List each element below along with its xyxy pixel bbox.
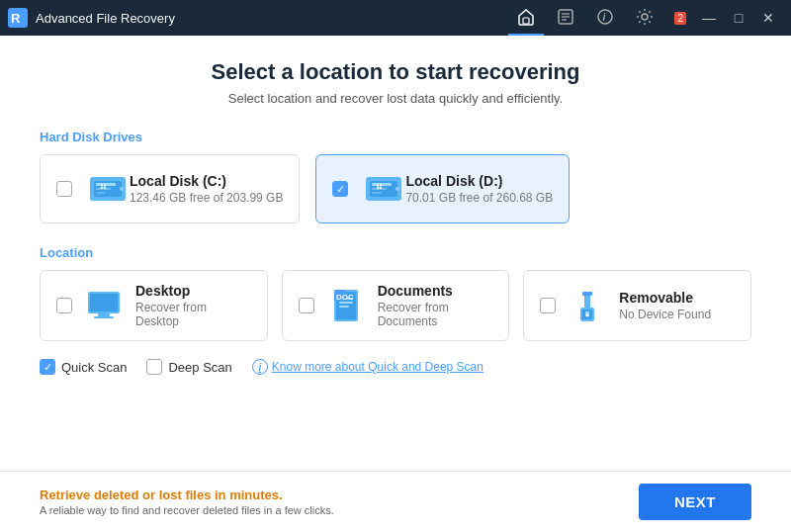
titlebar: R Advanced File Recovery i [0, 0, 791, 36]
scan-info-link[interactable]: i Know more about Quick and Deep Scan [252, 359, 483, 375]
drives-section-label: Hard Disk Drives [40, 130, 751, 144]
drive-card-c[interactable]: Local Disk (C:) 123.46 GB free of 203.99… [40, 154, 300, 223]
svg-rect-42 [582, 292, 592, 296]
location-section-label: Location [40, 245, 751, 260]
page-subtitle: Select location and recover lost data qu… [40, 91, 751, 106]
svg-rect-41 [584, 294, 590, 308]
svg-rect-29 [90, 294, 118, 311]
close-button[interactable]: ✕ [753, 4, 783, 32]
quick-scan-option[interactable]: Quick Scan [40, 359, 127, 375]
app-title: Advanced File Recovery [36, 11, 508, 26]
loc-info-removable: Removable No Device Found [619, 290, 711, 321]
svg-rect-14 [96, 192, 106, 194]
svg-rect-36 [339, 306, 349, 308]
loc-info-documents: Documents Recover from Documents [378, 283, 493, 328]
loc-desc-documents: Recover from Documents [378, 301, 493, 328]
drive-checkbox-c[interactable] [56, 181, 72, 197]
drive-icon-c [86, 167, 130, 211]
nav-settings-btn[interactable] [627, 0, 662, 36]
svg-text:R: R [11, 11, 21, 26]
minimize-button[interactable]: — [694, 4, 724, 32]
svg-text:DOC: DOC [336, 293, 354, 302]
footer-promo: Retrieve deleted or lost files in minute… [40, 488, 639, 502]
location-card-desktop[interactable]: Desktop Recover from Desktop [40, 270, 268, 341]
loc-desc-desktop: Recover from Desktop [135, 301, 251, 328]
drives-list: Local Disk (C:) 123.46 GB free of 203.99… [40, 154, 751, 223]
nav-home-btn[interactable] [508, 0, 544, 36]
drive-checkbox-d[interactable] [332, 181, 348, 197]
footer: Retrieve deleted or lost files in minute… [0, 471, 791, 532]
svg-rect-30 [98, 313, 110, 316]
desktop-icon [84, 286, 124, 325]
svg-rect-15 [120, 187, 124, 191]
deep-scan-option[interactable]: Deep Scan [146, 359, 231, 375]
location-card-documents[interactable]: DOC Documents Recover from Documents [282, 270, 510, 341]
deep-scan-checkbox[interactable] [146, 359, 162, 375]
footer-sub: A reliable way to find and recover delet… [40, 504, 639, 516]
drive-space-c: 123.46 GB free of 203.99 GB [130, 191, 283, 205]
nav-list-btn[interactable] [548, 0, 583, 36]
svg-point-44 [586, 314, 589, 317]
nav-info-btn[interactable]: i [587, 0, 623, 36]
documents-icon: DOC [326, 286, 366, 325]
deep-scan-label: Deep Scan [168, 360, 231, 375]
usb-icon [568, 286, 607, 325]
main-content: Select a location to start recovering Se… [0, 36, 791, 471]
drive-space-d: 70.01 GB free of 260.68 GB [405, 191, 553, 205]
svg-rect-23 [372, 192, 382, 194]
app-logo: R [8, 8, 28, 28]
notification-badge: 2 [674, 12, 686, 25]
loc-info-desktop: Desktop Recover from Desktop [135, 283, 251, 328]
location-list: Desktop Recover from Desktop DOC Documen… [40, 270, 751, 341]
svg-rect-24 [396, 187, 399, 191]
page-title: Select a location to start recovering [40, 59, 751, 85]
drive-name-d: Local Disk (D:) [405, 173, 553, 189]
loc-name-desktop: Desktop [135, 283, 251, 299]
loc-checkbox-desktop[interactable] [56, 298, 72, 313]
svg-rect-2 [523, 18, 529, 24]
svg-rect-35 [339, 302, 353, 304]
next-button[interactable]: NEXT [639, 484, 751, 520]
quick-scan-checkbox[interactable] [40, 359, 55, 375]
info-icon: i [252, 359, 268, 375]
maximize-button[interactable]: □ [724, 4, 753, 32]
drive-info-d: Local Disk (D:) 70.01 GB free of 260.68 … [405, 173, 553, 205]
location-card-removable[interactable]: Removable No Device Found [523, 270, 751, 341]
loc-checkbox-removable[interactable] [540, 298, 556, 313]
loc-name-documents: Documents [378, 283, 493, 299]
drive-info-c: Local Disk (C:) 123.46 GB free of 203.99… [130, 173, 283, 205]
drive-icon-d [362, 167, 405, 211]
scan-options: Quick Scan Deep Scan i Know more about Q… [40, 359, 751, 375]
drive-name-c: Local Disk (C:) [130, 173, 283, 189]
drive-card-d[interactable]: Local Disk (D:) 70.01 GB free of 260.68 … [315, 154, 570, 223]
loc-name-removable: Removable [619, 290, 711, 306]
loc-checkbox-documents[interactable] [299, 298, 314, 313]
titlebar-nav: i [508, 0, 662, 36]
svg-point-9 [642, 14, 648, 20]
footer-text: Retrieve deleted or lost files in minute… [40, 488, 639, 516]
loc-desc-removable: No Device Found [619, 308, 711, 321]
quick-scan-label: Quick Scan [61, 360, 127, 375]
scan-link-text: Know more about Quick and Deep Scan [272, 360, 483, 374]
svg-text:i: i [603, 12, 606, 23]
svg-rect-31 [94, 316, 114, 318]
